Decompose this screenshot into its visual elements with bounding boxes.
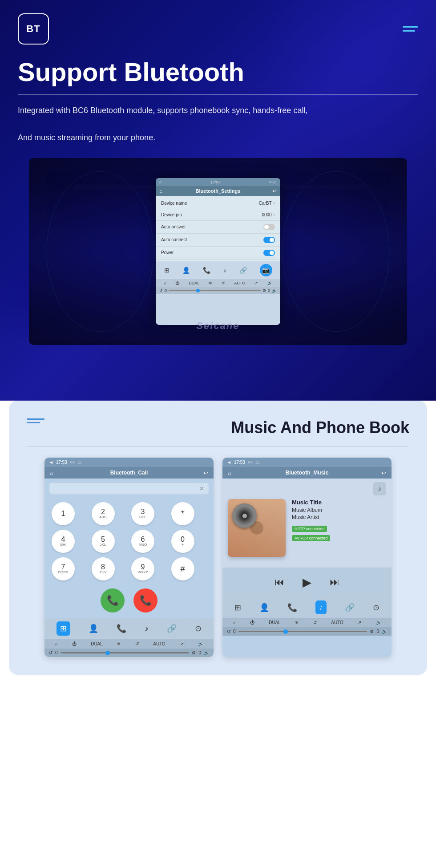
hero-section: BT Support Bluetooth Integrated with BC6… xyxy=(0,0,436,401)
music-target-icon[interactable]: ⊙ xyxy=(373,603,379,612)
music-screen-status: ◄ 17:53 ≈≈ ▭ xyxy=(222,458,392,467)
car-display: ⌂ 17:53 ≈ ▭ ⌂ Bluetooth_Settings ↩ Devic… xyxy=(18,158,418,345)
bottom-title: Music And Phone Book xyxy=(231,418,409,437)
music-fan-ctrl[interactable]: ↗ xyxy=(358,620,361,625)
music-back-icon[interactable]: ↩ xyxy=(381,470,386,476)
call-accept-button[interactable]: 📞 xyxy=(101,588,125,612)
music-artist-label: Music Artist xyxy=(292,514,386,520)
music-user-icon[interactable]: 👤 xyxy=(259,603,269,612)
music-screen-nav: ⌂ Bluetooth_Music ↩ xyxy=(222,467,392,479)
bottom-header: Music And Phone Book xyxy=(27,418,409,437)
music-recycle-ctrl[interactable]: ↺ xyxy=(313,620,317,625)
music-power-ctrl[interactable]: ⏻ xyxy=(250,620,254,625)
screen-slider-row: ↺ 0 ⚙ 0 🔊 xyxy=(156,287,280,294)
camera-icon-active[interactable]: 📷 xyxy=(260,264,272,276)
power-toggle[interactable] xyxy=(263,250,275,256)
numpad-0[interactable]: 0+ xyxy=(171,530,194,553)
music-link-icon[interactable]: 🔗 xyxy=(345,603,355,612)
music-home-icon[interactable]: ⌂ xyxy=(228,470,231,476)
call-temp-slider[interactable] xyxy=(61,652,190,653)
screen-control-bar: ⌂ ⏻ DUAL ❄ ↺ AUTO ↗ 🔊 xyxy=(156,279,280,287)
next-track-button[interactable]: ⏭ xyxy=(330,576,339,588)
music-ac-ctrl[interactable]: ❄ xyxy=(295,620,299,625)
numpad-9[interactable]: 9WXYZ xyxy=(131,557,154,580)
call-ac-ctrl[interactable]: ❄ xyxy=(117,641,121,646)
numpad-1[interactable]: 1 xyxy=(52,502,75,525)
music-slider-row: ↺ 0 ⚙ 0 🔊 xyxy=(222,627,392,636)
call-decline-button[interactable]: 📞 xyxy=(133,588,157,612)
prev-track-button[interactable]: ⏮ xyxy=(275,576,284,588)
numpad-6[interactable]: 6MNO xyxy=(131,530,154,553)
numpad-star[interactable]: * xyxy=(171,502,194,525)
call-link-icon[interactable]: 🔗 xyxy=(167,624,177,633)
numpad-8[interactable]: 8TUV xyxy=(92,557,115,580)
music-info-row: Music Title Music Album Music Artist A2D… xyxy=(228,499,386,557)
auto-connect-toggle[interactable] xyxy=(263,237,275,243)
svg-point-0 xyxy=(47,171,153,332)
call-phone-icon[interactable]: 📞 xyxy=(117,624,126,633)
user-icon[interactable]: 👤 xyxy=(182,267,190,274)
svg-point-1 xyxy=(283,171,389,332)
call-control-bar: ⌂ ⏻ DUAL ❄ ↺ AUTO ↗ 🔊 xyxy=(44,639,214,649)
music-controls: ⏮ ▶ ⏭ xyxy=(222,568,392,597)
numpad-4[interactable]: 4GHI xyxy=(52,530,75,553)
bt-logo: BT xyxy=(18,13,49,45)
music-phone-icon[interactable]: 📞 xyxy=(287,603,297,612)
a2dp-badge: A2DP connected xyxy=(292,526,327,532)
music-home-ctrl[interactable]: ⌂ xyxy=(233,620,235,625)
numpad-5[interactable]: 5JKL xyxy=(92,530,115,553)
svg-rect-2 xyxy=(73,185,162,189)
temperature-slider[interactable] xyxy=(169,290,261,291)
grid-icon[interactable]: ⊞ xyxy=(164,267,170,274)
call-recycle-ctrl[interactable]: ↺ xyxy=(135,641,139,646)
music-icon[interactable]: ♪ xyxy=(223,267,226,274)
auto-answer-toggle[interactable] xyxy=(263,224,275,230)
numpad-7[interactable]: 7PQRS xyxy=(52,557,75,580)
screen-nav-bar: ⌂ Bluetooth_Settings ↩ xyxy=(156,186,280,196)
call-bottom-icons: ⊞ 👤 📞 ♪ 🔗 ⊙ xyxy=(44,618,214,639)
call-grid-icon-active[interactable]: ⊞ xyxy=(57,621,70,636)
bottom-section: Music And Phone Book ◄ 17:53 ≈≈ ▭ ⌂ Blue… xyxy=(9,401,427,675)
call-home-ctrl[interactable]: ⌂ xyxy=(55,641,57,646)
album-art xyxy=(228,499,286,557)
music-album-label: Music Album xyxy=(292,507,386,513)
numpad-2[interactable]: 2ABC xyxy=(92,502,115,525)
bottom-divider xyxy=(27,446,409,446)
clear-search-icon[interactable]: ✕ xyxy=(199,485,204,492)
call-music-icon[interactable]: ♪ xyxy=(145,624,149,633)
music-note-icon-active[interactable]: ♪ xyxy=(315,600,327,614)
call-back-icon[interactable]: ↩ xyxy=(203,470,208,476)
numpad-3[interactable]: 3DEF xyxy=(131,502,154,525)
music-screen: ◄ 17:53 ≈≈ ▭ ⌂ Bluetooth_Music ↩ ♪ xyxy=(222,458,392,657)
auto-connect-row: Auto connect xyxy=(156,234,280,247)
numpad-hash[interactable]: # xyxy=(171,557,194,580)
screens-row: ◄ 17:53 ≈≈ ▭ ⌂ Bluetooth_Call ↩ ✕ 1 xyxy=(27,458,409,657)
header-row: BT xyxy=(18,13,418,45)
device-pin-row: Device pin 0000 › xyxy=(156,209,280,221)
music-disc xyxy=(232,503,257,528)
car-background: ⌂ 17:53 ≈ ▭ ⌂ Bluetooth_Settings ↩ Devic… xyxy=(29,158,407,345)
screen-status-bar: ⌂ 17:53 ≈ ▭ xyxy=(156,178,280,186)
music-content: ♪ Music Title Music Album Music Artist A… xyxy=(222,479,392,568)
music-grid-icon[interactable]: ⊞ xyxy=(234,603,241,612)
call-power-ctrl[interactable]: ⏻ xyxy=(72,641,77,646)
music-note-button[interactable]: ♪ xyxy=(373,482,386,495)
call-search-bar[interactable]: ✕ xyxy=(49,482,209,495)
call-fan-ctrl[interactable]: ↗ xyxy=(180,641,183,646)
device-name-row: Device name CarBT › xyxy=(156,198,280,209)
bottom-hamburger-icon[interactable] xyxy=(27,418,44,423)
hamburger-menu-icon[interactable] xyxy=(403,26,418,32)
music-temp-slider[interactable] xyxy=(238,631,367,632)
auto-answer-row: Auto answer xyxy=(156,221,280,234)
call-slider-row: ↺ 0 ⚙ 0 🔊 xyxy=(44,649,214,657)
link-icon[interactable]: 🔗 xyxy=(239,267,247,274)
call-home-icon[interactable]: ⌂ xyxy=(50,470,53,476)
call-target-icon[interactable]: ⊙ xyxy=(195,624,202,633)
play-button[interactable]: ▶ xyxy=(298,573,316,592)
music-vol-ctrl[interactable]: 🔊 xyxy=(376,620,381,625)
avrcp-badge: AVRCP connected xyxy=(292,535,330,541)
call-user-icon[interactable]: 👤 xyxy=(89,624,98,633)
phone-icon[interactable]: 📞 xyxy=(203,267,210,274)
call-vol-ctrl[interactable]: 🔊 xyxy=(198,641,203,646)
bluetooth-settings-screen: ⌂ 17:53 ≈ ▭ ⌂ Bluetooth_Settings ↩ Devic… xyxy=(156,178,280,325)
